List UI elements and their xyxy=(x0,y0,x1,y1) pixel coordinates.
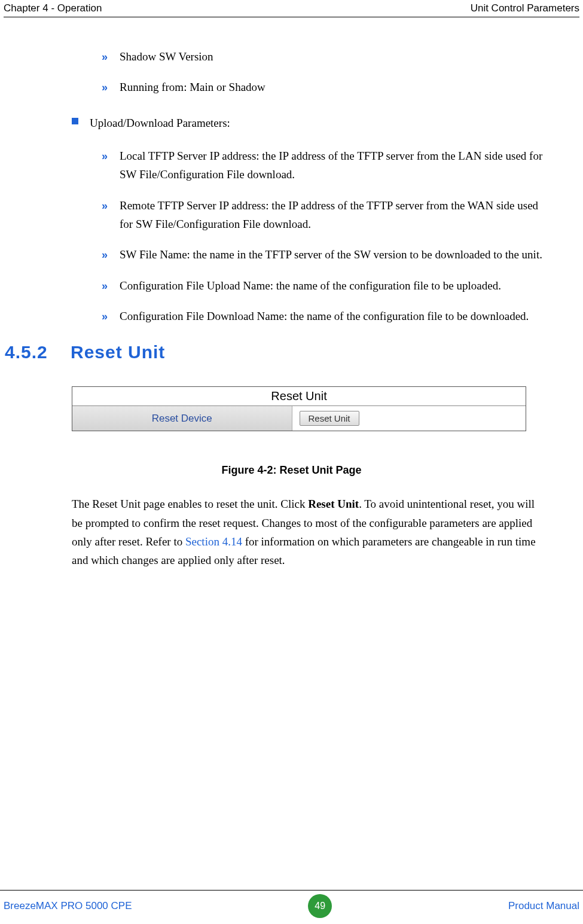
reset-unit-button[interactable]: Reset Unit xyxy=(300,411,359,426)
reset-device-label: Reset Device xyxy=(72,406,292,431)
paragraph-bold: Reset Unit xyxy=(308,498,359,510)
page-number-badge: 49 xyxy=(308,894,332,918)
paragraph-text: The Reset Unit page enables to reset the… xyxy=(72,498,308,510)
chevron-icon: » xyxy=(102,197,108,215)
list-item-text: Local TFTP Server IP address: the IP add… xyxy=(120,150,542,181)
chevron-icon: » xyxy=(102,308,108,326)
header-right: Unit Control Parameters xyxy=(471,2,579,14)
chevron-icon: » xyxy=(102,148,108,166)
square-bullet-icon xyxy=(72,118,78,124)
list-item-text: Configuration File Upload Name: the name… xyxy=(120,279,501,292)
header-left: Chapter 4 - Operation xyxy=(4,2,102,14)
list-item: » Local TFTP Server IP address: the IP a… xyxy=(102,147,547,184)
list-item-text: Running from: Main or Shadow xyxy=(120,81,265,93)
page-footer: BreezeMAX PRO 5000 CPE 49 Product Manual xyxy=(0,890,583,924)
figure-caption: Figure 4-2: Reset Unit Page xyxy=(36,464,547,477)
chevron-icon: » xyxy=(102,277,108,295)
reset-unit-panel: Reset Unit Reset Device Reset Unit xyxy=(72,386,526,431)
panel-title: Reset Unit xyxy=(72,387,526,405)
reset-action-cell: Reset Unit xyxy=(292,406,526,431)
list-item-text: Configuration File Download Name: the na… xyxy=(120,310,529,322)
section-item-text: Upload/Download Parameters: xyxy=(90,117,230,129)
section-link[interactable]: Section 4.14 xyxy=(185,535,242,548)
list-item: » Remote TFTP Server IP address: the IP … xyxy=(102,196,547,234)
section-item: Upload/Download Parameters: xyxy=(72,114,547,132)
body-paragraph: The Reset Unit page enables to reset the… xyxy=(72,495,547,569)
figure-reset-unit: Reset Unit Reset Device Reset Unit Figur… xyxy=(36,386,547,477)
list-item-text: SW File Name: the name in the TFTP serve… xyxy=(120,248,542,261)
list-item-text: Remote TFTP Server IP address: the IP ad… xyxy=(120,199,538,230)
list-item: » Running from: Main or Shadow xyxy=(102,78,547,96)
list-item: » Configuration File Download Name: the … xyxy=(102,307,547,325)
section-heading: 4.5.2 Reset Unit xyxy=(5,342,547,362)
section-title: Reset Unit xyxy=(71,342,165,362)
section-number: 4.5.2 xyxy=(5,342,71,362)
list-item: » SW File Name: the name in the TFTP ser… xyxy=(102,245,547,264)
footer-left: BreezeMAX PRO 5000 CPE xyxy=(4,900,132,912)
page-header: Chapter 4 - Operation Unit Control Param… xyxy=(4,0,579,17)
chevron-icon: » xyxy=(102,48,108,66)
footer-right: Product Manual xyxy=(508,900,579,912)
list-item-text: Shadow SW Version xyxy=(120,50,213,63)
list-item: » Shadow SW Version xyxy=(102,47,547,66)
list-item: » Configuration File Upload Name: the na… xyxy=(102,276,547,295)
chevron-icon: » xyxy=(102,79,108,97)
chevron-icon: » xyxy=(102,246,108,264)
